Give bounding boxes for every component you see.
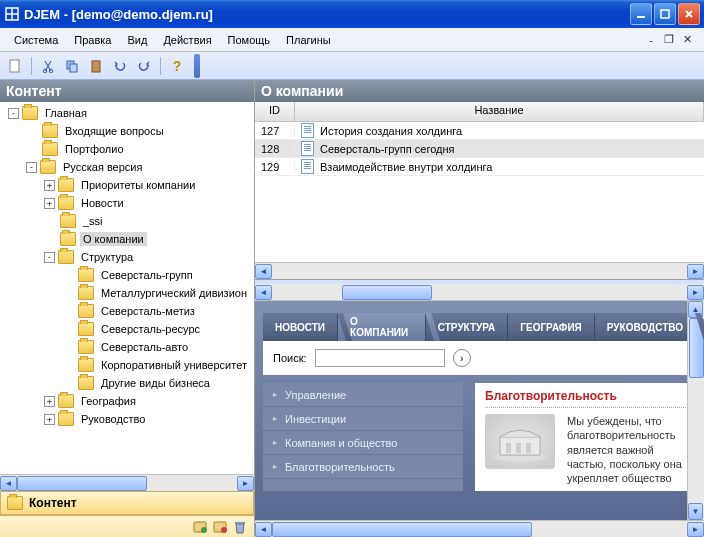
tree-label[interactable]: География (78, 394, 139, 408)
preview-body-text: Мы убеждены, что благотворительность явл… (567, 414, 686, 485)
tree-item[interactable]: Входящие вопросы (0, 122, 254, 140)
status-icon-1[interactable] (192, 519, 208, 535)
tree-item[interactable]: +Руководство (0, 410, 254, 428)
scroll-left-icon[interactable]: ◄ (255, 522, 272, 537)
menu-actions[interactable]: Действия (155, 32, 219, 48)
scroll-thumb[interactable] (272, 522, 532, 537)
preview-side-item[interactable]: Инвестиции (263, 407, 463, 431)
tree-item[interactable]: +Приоритеты компании (0, 176, 254, 194)
tree-label[interactable]: Северсталь-авто (98, 340, 191, 354)
preview-side-item[interactable]: Управление (263, 383, 463, 407)
tree-label[interactable]: Корпоративный университет (98, 358, 250, 372)
preview-tab[interactable]: РУКОВОДСТВО (595, 313, 696, 341)
scroll-down-icon[interactable]: ▼ (688, 503, 703, 520)
tree-label[interactable]: Другие виды бизнеса (98, 376, 213, 390)
trash-icon[interactable] (232, 519, 248, 535)
preview-tab[interactable]: О КОМПАНИИ (338, 313, 426, 341)
status-icon-2[interactable] (212, 519, 228, 535)
scroll-right-icon[interactable]: ► (237, 476, 254, 491)
search-input[interactable] (315, 349, 445, 367)
tree-label[interactable]: Главная (42, 106, 90, 120)
tree-item[interactable]: _ssi (0, 212, 254, 230)
menu-edit[interactable]: Правка (66, 32, 119, 48)
tree-item[interactable]: Корпоративный университет (0, 356, 254, 374)
mdi-restore-button[interactable]: ❐ (662, 33, 676, 47)
collapse-icon[interactable]: - (44, 252, 55, 263)
content-tree[interactable]: -ГлавнаяВходящие вопросыПортфолио-Русска… (0, 102, 254, 474)
table-scrollbar[interactable]: ◄ ► (255, 262, 704, 279)
preview-tab[interactable]: ГЕОГРАФИЯ (508, 313, 594, 341)
collapse-icon[interactable]: - (8, 108, 19, 119)
tree-label[interactable]: Портфолио (62, 142, 127, 156)
undo-button[interactable] (109, 55, 131, 77)
collapse-icon[interactable]: - (26, 162, 37, 173)
preview-tab[interactable]: НОВОСТИ (263, 313, 338, 341)
tree-item[interactable]: Другие виды бизнеса (0, 374, 254, 392)
cut-button[interactable] (37, 55, 59, 77)
column-id[interactable]: ID (255, 102, 295, 121)
accordion-content[interactable]: Контент (0, 491, 254, 515)
tree-item[interactable]: О компании (0, 230, 254, 248)
tree-item[interactable]: +География (0, 392, 254, 410)
menu-system[interactable]: Система (6, 32, 66, 48)
menu-plugins[interactable]: Плагины (278, 32, 339, 48)
scroll-right-icon[interactable]: ► (687, 264, 704, 279)
tree-item[interactable]: Портфолио (0, 140, 254, 158)
expand-icon[interactable]: + (44, 396, 55, 407)
tree-item[interactable]: -Структура (0, 248, 254, 266)
tree-scrollbar[interactable]: ◄ ► (0, 474, 254, 491)
preview-side-item[interactable]: Компания и общество (263, 431, 463, 455)
minimize-button[interactable] (630, 3, 652, 25)
scroll-left-icon[interactable]: ◄ (0, 476, 17, 491)
scroll-thumb[interactable] (342, 285, 432, 300)
new-button[interactable] (4, 55, 26, 77)
tree-label[interactable]: О компании (80, 232, 147, 246)
menu-view[interactable]: Вид (119, 32, 155, 48)
help-button[interactable]: ? (166, 55, 188, 77)
menu-help[interactable]: Помощь (220, 32, 279, 48)
tree-label[interactable]: Северсталь-метиз (98, 304, 198, 318)
tree-label[interactable]: Структура (78, 250, 136, 264)
scroll-left-icon[interactable]: ◄ (255, 285, 272, 300)
tree-label[interactable]: _ssi (80, 214, 106, 228)
table-row[interactable]: 129Взаимодействие внутри холдинга (255, 158, 704, 176)
maximize-button[interactable] (654, 3, 676, 25)
tree-item[interactable]: Металлургический дивизион (0, 284, 254, 302)
expand-icon[interactable]: + (44, 198, 55, 209)
tree-label[interactable]: Металлургический дивизион (98, 286, 250, 300)
close-button[interactable] (678, 3, 700, 25)
table-body[interactable]: 127История создания холдинга128Северстал… (255, 122, 704, 176)
tree-item[interactable]: -Главная (0, 104, 254, 122)
tree-label[interactable]: Приоритеты компании (78, 178, 198, 192)
tree-label[interactable]: Русская версия (60, 160, 145, 174)
copy-button[interactable] (61, 55, 83, 77)
tree-item[interactable]: Северсталь-ресурс (0, 320, 254, 338)
scroll-right-icon[interactable]: ► (687, 522, 704, 537)
tree-item[interactable]: -Русская версия (0, 158, 254, 176)
tree-label[interactable]: Руководство (78, 412, 148, 426)
tree-label[interactable]: Северсталь-групп (98, 268, 196, 282)
preview-side-item[interactable]: Благотворительность (263, 455, 463, 479)
scroll-left-icon[interactable]: ◄ (255, 264, 272, 279)
column-name[interactable]: Название (295, 102, 704, 121)
table-row[interactable]: 127История создания холдинга (255, 122, 704, 140)
scroll-right-icon[interactable]: ► (687, 285, 704, 300)
table-row[interactable]: 128Северсталь-групп сегодня (255, 140, 704, 158)
mdi-minimize-button[interactable]: - (644, 33, 658, 47)
mdi-close-button[interactable]: ✕ (680, 33, 694, 47)
tree-label[interactable]: Новости (78, 196, 127, 210)
search-go-button[interactable]: › (453, 349, 471, 367)
expand-icon[interactable]: + (44, 414, 55, 425)
expand-icon[interactable]: + (44, 180, 55, 191)
tree-item[interactable]: Северсталь-метиз (0, 302, 254, 320)
preview-bottom-scrollbar[interactable]: ◄ ► (255, 520, 704, 537)
redo-button[interactable] (133, 55, 155, 77)
tree-item[interactable]: +Новости (0, 194, 254, 212)
scroll-thumb[interactable] (17, 476, 147, 491)
tree-item[interactable]: Северсталь-авто (0, 338, 254, 356)
preview-top-scrollbar[interactable]: ◄ ► (255, 284, 704, 301)
tree-item[interactable]: Северсталь-групп (0, 266, 254, 284)
tree-label[interactable]: Северсталь-ресурс (98, 322, 203, 336)
tree-label[interactable]: Входящие вопросы (62, 124, 167, 138)
paste-button[interactable] (85, 55, 107, 77)
